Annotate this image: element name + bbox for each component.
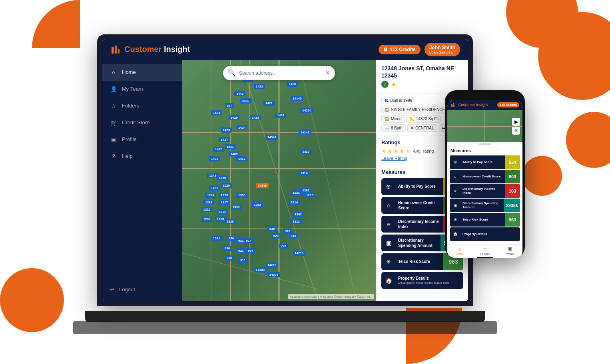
- laptop: Customer Insight ⚙ 113 Credits John Smit…: [97, 34, 473, 346]
- map-area[interactable]: 1460144814331419507150314361414014210142…: [182, 60, 376, 301]
- svg-line-10: [299, 60, 357, 301]
- app-logo: Customer Insight: [110, 44, 190, 55]
- search-input[interactable]: [239, 70, 322, 76]
- title-insight: Insight: [161, 45, 190, 54]
- verified-icon: ✓: [381, 81, 389, 88]
- phone-measures-title: Measures: [447, 146, 522, 155]
- credits-label: 113 Credits: [390, 47, 416, 52]
- phone-nav-profile-label: Profile: [506, 253, 514, 255]
- phone-scroll-indicator: [447, 142, 522, 146]
- phone-notch: [473, 95, 497, 98]
- svg-rect-14: [453, 103, 454, 107]
- sidebar-label-credit-store: Credit Store: [122, 119, 150, 125]
- phone-measure-discretionary-income[interactable]: ≡Discretionary Income Index103: [450, 184, 520, 198]
- type-tag: 🏠 SINGLE FAMILY RESIDENCE: [381, 106, 448, 113]
- bath-icon: 🛁: [385, 126, 389, 130]
- sidebar-logout[interactable]: ↩ Logout: [102, 282, 182, 297]
- phone-map-next[interactable]: ▶: [512, 118, 520, 126]
- sidebar-item-home[interactable]: ⌂ Home: [102, 64, 182, 81]
- phone-logo: Customer Insight: [451, 102, 488, 108]
- house-icon: 🏠: [385, 107, 389, 112]
- property-icons-row: ✓ ★: [381, 81, 463, 88]
- phone-nav-home-icon: ⌂: [458, 246, 461, 252]
- phone-credits: 113 Credits: [497, 102, 519, 107]
- phone-nav-profile[interactable]: ▣ Profile: [497, 246, 522, 255]
- sidebar-item-help[interactable]: ? Help: [102, 148, 182, 165]
- phone-measure-property-details[interactable]: 🏠Property Details: [450, 227, 520, 241]
- logo-icon: [110, 44, 121, 55]
- user-badge[interactable]: John Smith Loan Samosa: [425, 43, 460, 56]
- logout-label: Logout: [119, 286, 135, 292]
- sidebar-label-help: Help: [122, 153, 133, 159]
- stars: ★ ★ ★ ★ ★: [381, 148, 411, 154]
- built-tag: 🏗 Built in 1996: [381, 97, 415, 104]
- phone-map-mini[interactable]: ▶ ✕: [447, 110, 522, 142]
- profile-icon: ▣: [110, 136, 117, 143]
- measure-property-details[interactable]: 🏠Property DetailsDescription: Most recen…: [381, 272, 463, 289]
- deco-circle-3: [566, 112, 610, 168]
- user-sub: Loan Samosa: [429, 50, 453, 54]
- phone-nav-home[interactable]: ⌂ Home: [447, 246, 472, 255]
- phone-discretionary-spending-label: Discretionary Spending Amount: [461, 200, 504, 210]
- laptop-screen: Customer Insight ⚙ 113 Credits John Smit…: [102, 39, 468, 301]
- laptop-base: [85, 311, 485, 322]
- homeowner-credit-icon: ⌂: [381, 197, 396, 214]
- occupancy-icon: 🏠: [385, 117, 389, 121]
- credit-store-icon: 🛒: [110, 119, 117, 126]
- ability-to-pay-icon: ⊜: [381, 178, 396, 195]
- discretionary-spending-label: Discretionary Spending Amount: [396, 236, 441, 250]
- main-content: 1460144814331419507150314361414014210142…: [182, 60, 468, 301]
- svg-rect-1: [115, 46, 117, 54]
- app-body: ⌂ Home 👤 My Team ☆ Folders 🛒: [102, 60, 468, 301]
- bath-label: 8 Bath: [391, 126, 403, 130]
- phone-measure-telco-risk[interactable]: ✳Telco Risk Score963: [450, 213, 520, 227]
- sidebar-item-profile[interactable]: ▣ Profile: [102, 131, 182, 148]
- hvac-icon: ❄: [411, 126, 414, 130]
- occupancy-label: Mixed: [391, 117, 402, 121]
- map-search[interactable]: 🔍 ✕: [223, 66, 335, 80]
- phone-homeowner-credit-icon: ⌂: [450, 170, 461, 183]
- map-attribution: Keyboard shortcuts | Map data ©2024 Imag…: [288, 294, 374, 299]
- hvac-tag: ❄ CENTRAL: [407, 124, 437, 132]
- user-name: John Smith: [429, 45, 455, 50]
- phone-nav-home-label: Home: [456, 253, 464, 255]
- star-1[interactable]: ★: [381, 148, 387, 154]
- phone-map-close[interactable]: ✕: [512, 127, 520, 135]
- star-3[interactable]: ★: [393, 148, 399, 154]
- map-roads: [182, 60, 376, 301]
- sidebar-item-credit-store[interactable]: 🛒 Credit Store: [102, 114, 182, 131]
- sqft-icon: 📐: [410, 117, 415, 121]
- property-address: 12348 Jones ST, Omaha NE 12345: [381, 65, 463, 79]
- phone-ability-to-pay-icon: ⊜: [450, 155, 461, 169]
- sidebar: ⌂ Home 👤 My Team ☆ Folders 🛒: [102, 60, 182, 301]
- phone-header: Customer Insight 113 Credits: [447, 100, 522, 110]
- phone-measure-homeowner-credit[interactable]: ⌂Homeowner Credit Score803: [450, 170, 520, 183]
- app-header: Customer Insight ⚙ 113 Credits John Smit…: [102, 39, 468, 60]
- title-customer: Customer: [124, 45, 161, 54]
- star-5[interactable]: ★: [405, 148, 411, 154]
- credits-badge[interactable]: ⚙ 113 Credits: [379, 45, 421, 54]
- sidebar-item-folders[interactable]: ☆ Folders: [102, 97, 182, 114]
- phone-property-details-icon: 🏠: [450, 227, 461, 241]
- favorite-star[interactable]: ★: [391, 81, 397, 88]
- phone-nav-folders-icon: ☆: [483, 246, 487, 252]
- phone-measures-container: ⊜Ability to Pay Score524⌂Homeowner Credi…: [447, 155, 522, 242]
- sidebar-item-my-team[interactable]: 👤 My Team: [102, 81, 182, 97]
- phone-map-roads: [447, 110, 522, 142]
- bath-tag: 🛁 8 Bath: [381, 124, 406, 132]
- phone-nav-folders[interactable]: ☆ Folders: [472, 246, 498, 255]
- close-icon[interactable]: ✕: [325, 69, 330, 77]
- star-2[interactable]: ★: [387, 148, 393, 154]
- phone-ability-to-pay-value: 524: [505, 155, 520, 169]
- sidebar-label-home: Home: [122, 69, 136, 75]
- phone-title-insight: Insight: [475, 103, 488, 107]
- phone-nav: ⌂ Home ☆ Folders ▣ Profile: [447, 244, 522, 256]
- sqft-label: 14320 Sq Ft: [416, 117, 438, 121]
- phone-discretionary-spending-icon: ▣: [450, 199, 461, 212]
- laptop-base-shadow: [73, 321, 497, 334]
- star-4[interactable]: ★: [399, 148, 405, 154]
- phone-measure-ability-to-pay[interactable]: ⊜Ability to Pay Score524: [450, 155, 520, 169]
- phone-measure-discretionary-spending[interactable]: ▣Discretionary Spending Amount$938k: [450, 199, 520, 212]
- phone-title-customer: Customer: [458, 103, 475, 107]
- svg-rect-0: [112, 47, 114, 54]
